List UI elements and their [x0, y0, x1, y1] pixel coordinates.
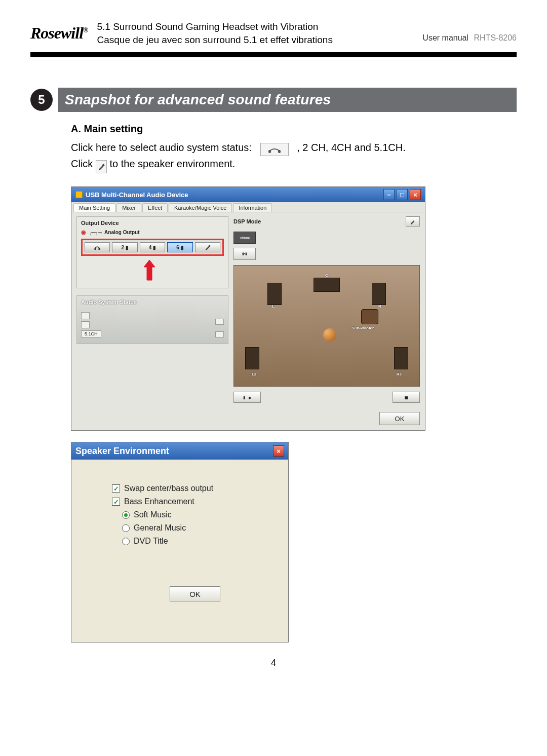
- window-titlebar: USB Multi-Channel Audio Device − □ ×: [71, 187, 425, 202]
- status-chip-1: [81, 312, 90, 319]
- dsp-tool-button[interactable]: [406, 216, 420, 226]
- play-pause-button[interactable]: ▮ ▶: [233, 392, 261, 403]
- env-tool-button[interactable]: [195, 242, 220, 252]
- instruction-2a: Click: [71, 158, 93, 169]
- brand-logo: Rosewill®: [30, 24, 88, 43]
- headphone-icon: [260, 143, 289, 156]
- output-device-label: Output Device: [81, 220, 224, 226]
- audio-status-label: Audio System Status: [81, 299, 224, 305]
- label-r: R: [377, 304, 382, 309]
- stop-button[interactable]: ■: [393, 392, 420, 403]
- section-heading: 5 Snapshot for advanced sound features: [30, 88, 517, 112]
- dsp-eq-icon[interactable]: ▮▪▮: [233, 248, 256, 260]
- instruction-2b: to the speaker environment.: [109, 158, 235, 169]
- model-number: RHTS-8206: [474, 33, 517, 42]
- header-description: 5.1 Surround Sound Gaming Headset with V…: [97, 20, 413, 46]
- svg-rect-1: [278, 150, 281, 153]
- red-arrow-annotation: [142, 259, 224, 283]
- speaker-room-view[interactable]: C L R Ls Rs Sub-woofer: [233, 265, 420, 387]
- bass-label: Bass Enhancement: [124, 497, 194, 506]
- dialog-title: Speaker Environment: [75, 446, 169, 457]
- channel-6-button[interactable]: 6 ▮: [167, 242, 192, 252]
- header-line-2: Casque de jeu avec son surround 5.1 et e…: [97, 33, 413, 47]
- general-music-radio[interactable]: [122, 524, 130, 532]
- channel-selector-strip: 2 ▮ 4 ▮ 6 ▮: [81, 239, 224, 256]
- instruction-text: Click here to select audio system status…: [71, 140, 496, 173]
- tab-main-setting[interactable]: Main Setting: [73, 203, 115, 212]
- status-chip-51: 5.1CH: [81, 330, 101, 337]
- speaker-front-left[interactable]: [267, 283, 282, 305]
- speaker-subwoofer[interactable]: [361, 309, 378, 324]
- speaker-surround-right[interactable]: [394, 347, 408, 369]
- dialog-close-button[interactable]: ×: [273, 445, 284, 457]
- audio-status-group: Audio System Status 5.1CH ···— ···—: [76, 295, 228, 344]
- subsection-a-heading: A. Main setting: [71, 123, 517, 135]
- dialog-ok-button[interactable]: OK: [170, 586, 220, 601]
- analog-output-row: ◉ ╭─╮⟶ Analog Output: [81, 229, 224, 236]
- swap-label: Swap center/bass output: [124, 484, 213, 493]
- channel-2-button[interactable]: 2 ▮: [112, 242, 137, 252]
- tab-mixer[interactable]: Mixer: [116, 203, 141, 212]
- arc-icon: ╭─╮⟶: [89, 230, 101, 235]
- dvd-title-radio[interactable]: [122, 538, 130, 545]
- close-button[interactable]: ×: [410, 189, 421, 200]
- label-c: C: [324, 273, 329, 278]
- page-number: 4: [30, 658, 517, 668]
- header-right: User manual RHTS-8206: [422, 24, 517, 43]
- general-music-label: General Music: [134, 523, 186, 533]
- main-setting-window: USB Multi-Channel Audio Device − □ × Mai…: [71, 186, 425, 431]
- dsp-virtual-icon[interactable]: Virtual: [233, 232, 256, 244]
- app-icon: [75, 191, 83, 198]
- page-header: Rosewill® 5.1 Surround Sound Gaming Head…: [30, 20, 517, 51]
- tab-bar: Main Setting Mixer Effect Karaoke/Magic …: [71, 202, 425, 212]
- speaker-environment-dialog: Speaker Environment × ✓ Swap center/bass…: [71, 442, 289, 642]
- registered-mark: ®: [83, 26, 88, 34]
- speaker-center[interactable]: [314, 278, 340, 292]
- tab-karaoke[interactable]: Karaoke/Magic Voice: [169, 203, 232, 212]
- minimize-button[interactable]: −: [383, 189, 395, 200]
- swap-checkbox[interactable]: ✓: [112, 484, 120, 493]
- maximize-button[interactable]: □: [397, 189, 408, 200]
- svg-rect-4: [99, 248, 100, 250]
- speaker-surround-left[interactable]: [245, 347, 259, 369]
- dvd-title-label: DVD Title: [134, 537, 168, 546]
- output-device-group: Output Device ◉ ╭─╮⟶ Analog Output 2 ▮ 4…: [76, 216, 228, 288]
- label-sub: Sub-woofer: [350, 326, 375, 330]
- bass-checkbox[interactable]: ✓: [112, 498, 120, 506]
- svg-rect-3: [95, 248, 96, 250]
- label-ls: Ls: [251, 372, 257, 376]
- analog-output-label: Analog Output: [104, 230, 139, 235]
- soft-music-radio[interactable]: [122, 511, 130, 519]
- instruction-1a: Click here to select audio system status…: [71, 142, 252, 153]
- brand-name: Rosewill: [30, 24, 83, 42]
- svg-rect-0: [268, 150, 271, 153]
- speaker-front-right[interactable]: [372, 283, 386, 305]
- dsp-mode-label: DSP Mode: [233, 218, 261, 224]
- tab-information[interactable]: Information: [233, 203, 272, 212]
- window-title: USB Multi-Channel Audio Device: [86, 191, 188, 199]
- listener-position[interactable]: [323, 328, 336, 342]
- ok-button[interactable]: OK: [379, 412, 420, 425]
- status-chip-2: [81, 321, 90, 328]
- jack-icon: ◉: [81, 229, 86, 236]
- channel-headphone-button[interactable]: [85, 242, 110, 252]
- user-manual-label: User manual: [422, 33, 468, 42]
- header-line-1: 5.1 Surround Sound Gaming Headset with V…: [97, 20, 413, 33]
- env-tool-icon: [96, 160, 107, 173]
- section-number-badge: 5: [30, 89, 53, 111]
- instruction-1b: , 2 CH, 4CH and 5.1CH.: [297, 142, 406, 153]
- section-title-bar: Snapshot for advanced sound features: [58, 88, 517, 112]
- channel-4-button[interactable]: 4 ▮: [140, 242, 165, 252]
- soft-music-label: Soft Music: [134, 510, 172, 519]
- header-divider: [30, 52, 517, 57]
- tab-effect[interactable]: Effect: [142, 203, 168, 212]
- label-rs: Rs: [396, 372, 403, 376]
- label-l: L: [271, 304, 276, 309]
